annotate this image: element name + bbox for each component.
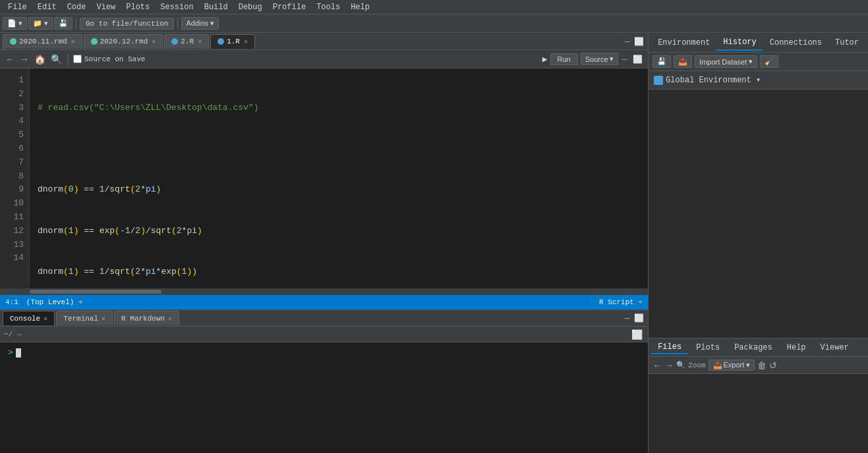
history-tab-label: History — [723, 38, 756, 47]
editor-toolbar: ← → 🏠 🔍 Source on Save ▶ Run Source ▾ ─ — [0, 50, 648, 68]
nav-home-button[interactable]: 🏠 — [33, 54, 47, 65]
save-button[interactable]: 💾 — [54, 17, 72, 30]
tab-close-2[interactable]: ✕ — [152, 38, 156, 45]
source-button[interactable]: Source ▾ — [581, 53, 618, 65]
new-file-button[interactable]: 📄 ▾ — [3, 17, 27, 30]
console-prompt-line: > — [8, 348, 640, 358]
console-panel: Console ✕ Terminal ✕ R Markdown ✕ ─ ⬜ ~/… — [0, 309, 648, 453]
menu-edit[interactable]: Edit — [32, 1, 62, 13]
scrollbar-thumb[interactable] — [30, 290, 161, 294]
tab-label-2: 2020.12.rmd — [100, 38, 148, 45]
line-num-3: 3 — [0, 101, 29, 115]
run-icon: ▶ — [542, 54, 548, 65]
plots-back-button[interactable]: ← — [652, 360, 662, 371]
right-tab-connections[interactable]: Connections — [763, 36, 828, 50]
console-toolbar: ~/ → ⬜ — [0, 327, 648, 342]
source-on-save-checkbox[interactable] — [73, 55, 82, 63]
global-env-label: Global Environment ▾ — [666, 75, 761, 85]
right-tab-environment[interactable]: Environment — [651, 36, 716, 50]
menu-profile[interactable]: Profile — [268, 1, 311, 13]
plots-delete-button[interactable]: 🗑 — [757, 360, 767, 371]
import-dataset-button[interactable]: Import Dataset ▾ — [695, 55, 757, 68]
load-environment-button[interactable]: 📥 — [674, 55, 692, 68]
addins-label: Addins ▾ — [186, 19, 214, 28]
code-content[interactable]: # read.csv("C:\Users\ZLL\Desktop\data.cs… — [30, 68, 648, 288]
menu-tools[interactable]: Tools — [311, 1, 345, 13]
nav-back-button[interactable]: ← — [4, 54, 16, 65]
clear-env-icon: 🧹 — [765, 57, 774, 66]
right-bottom-tab-files[interactable]: Files — [651, 341, 688, 354]
zoom-icon: 🔍 — [676, 361, 685, 369]
script-type: R Script ÷ — [599, 298, 643, 306]
menu-build[interactable]: Build — [199, 1, 233, 13]
right-tab-history[interactable]: History — [716, 35, 763, 51]
source-on-save-label[interactable]: Source on Save — [73, 55, 145, 63]
console-expand-button[interactable]: ⬜ — [630, 329, 644, 340]
menu-help[interactable]: Help — [345, 1, 375, 13]
editor-maximize-button[interactable]: ⬜ — [633, 37, 645, 46]
terminal-tab-label: Terminal — [63, 315, 98, 323]
load-env-icon: 📥 — [678, 57, 687, 66]
nav-search-button[interactable]: 🔍 — [49, 54, 63, 65]
panel-minimize-button[interactable]: ─ — [621, 55, 629, 64]
editor-sep — [68, 53, 69, 65]
tab-2-r[interactable]: 2.R ✕ — [164, 34, 209, 49]
console-content[interactable]: > — [0, 342, 648, 453]
global-environment-selector[interactable]: Global Environment ▾ — [649, 71, 868, 90]
packages-tab-label: Packages — [734, 343, 772, 352]
editor-minimize-button[interactable]: ─ — [623, 37, 632, 46]
terminal-tab-close[interactable]: ✕ — [101, 315, 105, 323]
line-num-9: 9 — [0, 183, 29, 197]
menu-plots[interactable]: Plots — [121, 1, 155, 13]
right-bottom-content — [649, 374, 868, 453]
clear-env-button[interactable]: 🧹 — [760, 55, 778, 68]
console-prompt-symbol: > — [8, 348, 13, 358]
console-tab-rmarkdown[interactable]: R Markdown ✕ — [114, 311, 179, 325]
tab-1-r[interactable]: 1.R ✕ — [210, 34, 255, 49]
horizontal-scrollbar[interactable] — [0, 288, 648, 295]
addins-button[interactable]: Addins ▾ — [181, 17, 219, 30]
menu-code[interactable]: Code — [62, 1, 92, 13]
save-env-icon: 💾 — [657, 57, 666, 66]
main-toolbar: 📄 ▾ 📁 ▾ 💾 Go to file/function Addins ▾ — [0, 14, 868, 33]
console-minimize-button[interactable]: ─ — [623, 313, 632, 323]
line-num-1: 1 — [0, 74, 29, 88]
plots-clear-button[interactable]: ↺ — [769, 360, 777, 371]
import-dataset-label: Import Dataset — [699, 58, 747, 66]
run-button[interactable]: Run — [550, 53, 578, 65]
tab-2020-12-rmd[interactable]: 2020.12.rmd ✕ — [84, 34, 163, 49]
tab-close-3[interactable]: ✕ — [198, 38, 202, 45]
goto-field[interactable]: Go to file/function — [80, 18, 174, 30]
menu-view[interactable]: View — [91, 1, 121, 13]
line-num-7: 7 — [0, 156, 29, 170]
zoom-area: 🔍 Zoom — [676, 361, 705, 369]
code-editor[interactable]: 1 2 3 4 5 6 7 8 9 10 11 12 13 14 # read.… — [0, 68, 648, 288]
console-tab-close[interactable]: ✕ — [43, 315, 47, 323]
console-tab-bar: Console ✕ Terminal ✕ R Markdown ✕ ─ ⬜ — [0, 309, 648, 327]
right-bottom-tab-viewer[interactable]: Viewer — [814, 342, 855, 354]
help-tab-label: Help — [787, 343, 806, 352]
console-tab-console[interactable]: Console ✕ — [3, 311, 55, 325]
console-maximize-button[interactable]: ⬜ — [633, 313, 645, 323]
new-file-icon: 📄 — [7, 19, 16, 28]
tab-close-1[interactable]: ✕ — [71, 38, 75, 45]
tab-2020-11-rmd[interactable]: 2020.11.rmd ✕ — [3, 34, 82, 49]
menu-debug[interactable]: Debug — [233, 1, 268, 13]
menu-session[interactable]: Session — [155, 1, 198, 13]
nav-forward-button[interactable]: → — [18, 54, 30, 65]
menu-file[interactable]: File — [3, 1, 32, 13]
right-bottom-tab-help[interactable]: Help — [780, 342, 813, 354]
right-bottom-tab-packages[interactable]: Packages — [728, 342, 779, 354]
plots-forward-button[interactable]: → — [664, 360, 674, 371]
right-tab-tutor[interactable]: Tutor — [828, 36, 865, 50]
panel-maximize-button[interactable]: ⬜ — [631, 55, 644, 64]
editor-area: 2020.11.rmd ✕ 2020.12.rmd ✕ 2.R ✕ 1.R ✕ — [0, 33, 648, 309]
right-bottom-tab-plots[interactable]: Plots — [689, 342, 726, 354]
open-file-button[interactable]: 📁 ▾ — [28, 17, 53, 30]
right-bottom-panel: Files Plots Packages Help Viewer ← → — [649, 338, 868, 453]
console-tab-terminal[interactable]: Terminal ✕ — [56, 311, 113, 325]
export-button[interactable]: 📤 Export ▾ — [709, 360, 755, 371]
tab-close-4[interactable]: ✕ — [244, 38, 248, 45]
save-environment-button[interactable]: 💾 — [652, 55, 671, 68]
rmarkdown-tab-close[interactable]: ✕ — [168, 315, 172, 323]
